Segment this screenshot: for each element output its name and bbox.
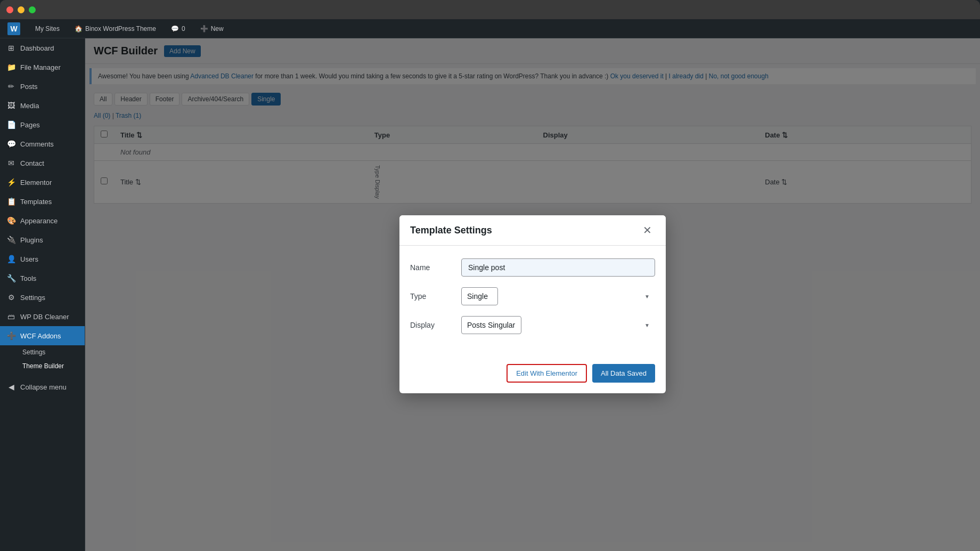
new-label: New bbox=[211, 25, 224, 33]
sidebar-item-comments[interactable]: 💬 Comments bbox=[0, 134, 85, 153]
collapse-icon: ◀ bbox=[6, 383, 16, 391]
modal-close-button[interactable]: ✕ bbox=[640, 224, 655, 237]
sidebar-item-label: Media bbox=[20, 102, 39, 110]
template-settings-modal: Template Settings ✕ Name Type Single bbox=[399, 215, 666, 393]
sidebar-item-label: WP DB Cleaner bbox=[20, 313, 69, 321]
display-select[interactable]: Posts Singular All Singular All Pages Fr… bbox=[461, 316, 521, 334]
sidebar-item-label: Appearance bbox=[20, 217, 58, 225]
sidebar-item-label: Users bbox=[20, 255, 38, 263]
sidebar-submenu-settings[interactable]: Settings bbox=[16, 345, 85, 359]
sidebar-item-elementor[interactable]: ⚡ Elementor bbox=[0, 173, 85, 192]
sidebar-item-label: Dashboard bbox=[20, 44, 54, 52]
sidebar-item-label: File Manager bbox=[20, 63, 61, 71]
mac-titlebar bbox=[0, 0, 980, 19]
dashboard-icon: ⊞ bbox=[6, 44, 16, 52]
display-form-row: Display Posts Singular All Singular All … bbox=[410, 316, 655, 334]
wp-logo-item[interactable]: W bbox=[4, 19, 23, 38]
type-label: Type bbox=[410, 292, 453, 301]
theme-item[interactable]: 🏠 Binox WordPress Theme bbox=[71, 19, 159, 38]
name-input[interactable] bbox=[461, 258, 655, 277]
plugins-icon: 🔌 bbox=[6, 236, 16, 244]
theme-label: Binox WordPress Theme bbox=[85, 25, 156, 33]
sidebar-item-dashboard[interactable]: ⊞ Dashboard bbox=[0, 38, 85, 58]
new-icon: ➕ bbox=[200, 25, 208, 33]
comments-icon: 💬 bbox=[6, 140, 16, 148]
name-label: Name bbox=[410, 263, 453, 272]
sidebar-item-label: Tools bbox=[20, 274, 36, 282]
type-select[interactable]: Single Archive Header Footer 404 Search bbox=[461, 287, 498, 305]
sidebar-item-wp-db-cleaner[interactable]: 🗃 WP DB Cleaner bbox=[0, 307, 85, 326]
db-cleaner-icon: 🗃 bbox=[6, 312, 16, 321]
sidebar-item-appearance[interactable]: 🎨 Appearance bbox=[0, 211, 85, 230]
comments-count: 0 bbox=[182, 25, 185, 33]
sidebar-item-media[interactable]: 🖼 Media bbox=[0, 96, 85, 115]
appearance-icon: 🎨 bbox=[6, 216, 16, 225]
templates-icon: 📋 bbox=[6, 197, 16, 206]
sidebar-submenu-theme-builder[interactable]: Theme Builder bbox=[16, 359, 85, 373]
contact-icon: ✉ bbox=[6, 159, 16, 167]
sidebar-item-label: Plugins bbox=[20, 236, 43, 244]
modal-header: Template Settings ✕ bbox=[399, 215, 666, 246]
new-item[interactable]: ➕ New bbox=[197, 19, 227, 38]
main-content: WCF Builder Add New Awesome! You have be… bbox=[85, 38, 980, 551]
my-sites-item[interactable]: My Sites bbox=[32, 19, 63, 38]
all-data-saved-button[interactable]: All Data Saved bbox=[592, 364, 655, 383]
users-icon: 👤 bbox=[6, 255, 16, 263]
mac-maximize-button[interactable] bbox=[29, 6, 36, 13]
modal-body: Name Type Single Archive Header Footer bbox=[399, 246, 666, 358]
display-label: Display bbox=[410, 321, 453, 329]
elementor-icon: ⚡ bbox=[6, 178, 16, 187]
wp-admin-bar: W My Sites 🏠 Binox WordPress Theme 💬 0 ➕… bbox=[0, 19, 980, 38]
sidebar-item-settings[interactable]: ⚙ Settings bbox=[0, 288, 85, 307]
sidebar-item-contact[interactable]: ✉ Contact bbox=[0, 153, 85, 173]
home-icon: 🏠 bbox=[75, 25, 83, 33]
tools-icon: 🔧 bbox=[6, 274, 16, 282]
sidebar-item-label: Collapse menu bbox=[20, 383, 67, 391]
settings-icon: ⚙ bbox=[6, 293, 16, 302]
sidebar-item-label: Contact bbox=[20, 159, 44, 167]
type-form-row: Type Single Archive Header Footer 404 Se… bbox=[410, 287, 655, 305]
sidebar-item-posts[interactable]: ✏ Posts bbox=[0, 77, 85, 96]
sidebar: ⊞ Dashboard 📁 File Manager ✏ Posts 🖼 Med… bbox=[0, 38, 85, 551]
sidebar-item-label: Elementor bbox=[20, 179, 52, 187]
sidebar-item-users[interactable]: 👤 Users bbox=[0, 249, 85, 269]
display-select-wrapper: Posts Singular All Singular All Pages Fr… bbox=[461, 316, 655, 334]
modal-overlay[interactable]: Template Settings ✕ Name Type Single bbox=[85, 38, 980, 551]
sidebar-item-tools[interactable]: 🔧 Tools bbox=[0, 269, 85, 288]
media-icon: 🖼 bbox=[6, 101, 16, 110]
mac-minimize-button[interactable] bbox=[18, 6, 24, 13]
edit-with-elementor-button[interactable]: Edit With Elementor bbox=[507, 364, 587, 383]
sidebar-collapse-menu[interactable]: ◀ Collapse menu bbox=[0, 377, 85, 396]
my-sites-label: My Sites bbox=[35, 25, 60, 33]
comments-item[interactable]: 💬 0 bbox=[168, 19, 189, 38]
sidebar-item-label: Pages bbox=[20, 121, 40, 129]
sidebar-item-plugins[interactable]: 🔌 Plugins bbox=[0, 230, 85, 249]
wp-logo-icon: W bbox=[7, 22, 20, 35]
modal-footer: Edit With Elementor All Data Saved bbox=[399, 358, 666, 393]
pages-icon: 📄 bbox=[6, 120, 16, 129]
type-select-wrapper: Single Archive Header Footer 404 Search bbox=[461, 287, 655, 305]
sidebar-item-label: Comments bbox=[20, 140, 54, 148]
sidebar-item-wcf-addons[interactable]: ➕ WCF Addons bbox=[0, 326, 85, 345]
file-manager-icon: 📁 bbox=[6, 63, 16, 71]
sidebar-item-file-manager[interactable]: 📁 File Manager bbox=[0, 58, 85, 77]
posts-icon: ✏ bbox=[6, 82, 16, 91]
wcf-addons-icon: ➕ bbox=[6, 331, 16, 340]
sidebar-item-label: Settings bbox=[20, 294, 45, 302]
sidebar-item-label: Posts bbox=[20, 83, 38, 91]
modal-title: Template Settings bbox=[410, 225, 492, 236]
mac-close-button[interactable] bbox=[6, 6, 13, 13]
sidebar-item-pages[interactable]: 📄 Pages bbox=[0, 115, 85, 134]
name-form-row: Name bbox=[410, 258, 655, 277]
sidebar-item-label: WCF Addons bbox=[20, 332, 61, 340]
comments-icon: 💬 bbox=[171, 25, 179, 33]
app-container: ⊞ Dashboard 📁 File Manager ✏ Posts 🖼 Med… bbox=[0, 38, 980, 551]
sidebar-item-templates[interactable]: 📋 Templates bbox=[0, 192, 85, 211]
wcf-submenu: Settings Theme Builder bbox=[0, 345, 85, 373]
sidebar-item-label: Templates bbox=[20, 198, 52, 206]
